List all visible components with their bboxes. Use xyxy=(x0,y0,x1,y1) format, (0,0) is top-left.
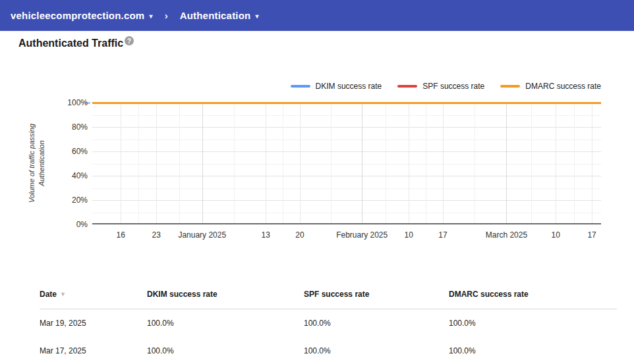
gridline-horizontal xyxy=(92,115,601,116)
column-header-date[interactable]: Date▼ xyxy=(40,290,147,299)
gridline-horizontal xyxy=(92,164,601,165)
x-day-label: 10 xyxy=(552,230,560,240)
y-tick-label: 60% xyxy=(48,147,88,156)
y-tick-label: 20% xyxy=(48,195,88,205)
legend-item-dkim[interactable]: DKIM success rate xyxy=(291,82,382,91)
gridline-horizontal xyxy=(92,213,601,213)
column-header-label: DKIM success rate xyxy=(147,290,217,299)
x-day-label: 10 xyxy=(404,230,413,240)
x-month-label: March 2025 xyxy=(486,230,527,240)
x-day-label: 20 xyxy=(295,230,304,240)
table-row: Mar 17, 2025100.0%100.0%100.0% xyxy=(40,337,617,364)
gridline-vertical-minor xyxy=(234,103,235,223)
x-month-label: February 2025 xyxy=(336,230,388,240)
chevron-down-icon: ▾ xyxy=(255,13,258,20)
gridline-horizontal xyxy=(92,140,601,140)
gridline-vertical xyxy=(202,103,203,223)
chart-legend: DKIM success rateSPF success rateDMARC s… xyxy=(291,82,601,91)
cell-rate: 100.0% xyxy=(147,319,304,328)
gridline-vertical xyxy=(156,103,157,223)
cell-date: Mar 17, 2025 xyxy=(40,346,147,355)
gridline-vertical-minor xyxy=(475,103,475,223)
gridline-vertical-minor xyxy=(386,103,386,223)
x-day-label: 23 xyxy=(152,230,161,240)
x-day-label: 17 xyxy=(587,230,596,240)
series-line-dmarc xyxy=(92,102,601,104)
legend-swatch xyxy=(500,85,520,88)
auth-rates-table: Date▼DKIM success rateSPF success rateDM… xyxy=(40,290,617,364)
gridline-horizontal xyxy=(92,127,601,128)
chart-plot-area xyxy=(92,103,601,224)
gridline-vertical xyxy=(443,103,444,223)
legend-item-spf[interactable]: SPF success rate xyxy=(397,82,484,91)
y-axis-title: Volume of traffic passing Authentication xyxy=(27,103,49,224)
gridline-vertical xyxy=(409,103,409,223)
gridline-vertical-minor xyxy=(531,103,532,223)
gridline-vertical-minor xyxy=(426,103,426,223)
y-tick-label: 0% xyxy=(48,220,88,229)
gridline-vertical xyxy=(266,103,266,223)
gridline-vertical-minor xyxy=(179,103,180,223)
cell-rate: 100.0% xyxy=(449,319,617,328)
help-icon[interactable]: ? xyxy=(125,36,134,45)
breadcrumb-chevron-icon: › xyxy=(165,10,168,21)
x-day-label: 13 xyxy=(262,230,270,240)
gridline-vertical-minor xyxy=(331,103,331,223)
table-row: Mar 19, 2025100.0%100.0%100.0% xyxy=(40,309,617,337)
gridline-vertical xyxy=(592,103,592,223)
legend-item-dmarc[interactable]: DMARC success rate xyxy=(500,82,601,91)
cell-rate: 100.0% xyxy=(449,346,617,355)
gridline-horizontal xyxy=(92,200,601,201)
cell-rate: 100.0% xyxy=(304,346,449,355)
x-month-label: January 2025 xyxy=(178,230,226,240)
gridline-vertical-minor xyxy=(283,103,283,223)
cell-rate: 100.0% xyxy=(147,346,304,355)
cell-date: Mar 19, 2025 xyxy=(40,319,147,328)
column-header-label: SPF success rate xyxy=(304,290,369,299)
legend-swatch xyxy=(291,85,310,88)
table-header-row: Date▼DKIM success rateSPF success rateDM… xyxy=(40,290,617,309)
legend-label: SPF success rate xyxy=(422,82,484,91)
x-day-label: 17 xyxy=(438,230,447,240)
gridline-vertical xyxy=(556,103,556,223)
gridline-vertical xyxy=(300,103,301,223)
legend-label: DMARC success rate xyxy=(525,82,601,91)
y-tick-label: 80% xyxy=(48,122,88,132)
top-navigation-bar: vehicleecomprotection.com ▾ › Authentica… xyxy=(0,0,634,31)
chevron-down-icon: ▾ xyxy=(149,13,152,20)
cell-rate: 100.0% xyxy=(304,319,449,328)
gridline-horizontal xyxy=(92,188,601,189)
postmaster-page: vehicleecomprotection.com ▾ › Authentica… xyxy=(0,0,634,364)
gridline-horizontal xyxy=(92,176,601,176)
x-day-label: 16 xyxy=(117,230,125,240)
domain-dropdown[interactable]: vehicleecomprotection.com ▾ xyxy=(11,10,153,21)
gridline-vertical xyxy=(506,103,507,223)
column-header-dmarc-success-rate[interactable]: DMARC success rate xyxy=(449,290,617,299)
y-tick-label: 100% xyxy=(48,98,88,107)
gridline-vertical xyxy=(121,103,121,223)
section-name: Authentication xyxy=(180,10,251,21)
column-header-label: DMARC success rate xyxy=(449,290,529,299)
legend-swatch xyxy=(397,85,417,88)
page-title-row: Authenticated Traffic ? xyxy=(18,38,134,49)
gridline-vertical-minor xyxy=(574,103,575,223)
table-body: Mar 19, 2025100.0%100.0%100.0%Mar 17, 20… xyxy=(40,309,617,364)
gridline-vertical-minor xyxy=(138,103,139,223)
column-header-dkim-success-rate[interactable]: DKIM success rate xyxy=(147,290,304,299)
gridline-vertical xyxy=(362,103,362,223)
gridline-horizontal xyxy=(92,151,601,152)
y-tick-label: 40% xyxy=(48,171,88,180)
domain-name: vehicleecomprotection.com xyxy=(11,10,144,21)
legend-label: DKIM success rate xyxy=(316,82,382,91)
section-dropdown[interactable]: Authentication ▾ xyxy=(180,10,259,21)
column-header-spf-success-rate[interactable]: SPF success rate xyxy=(304,290,449,299)
page-title: Authenticated Traffic xyxy=(18,38,123,49)
sort-descending-icon: ▼ xyxy=(60,291,66,298)
column-header-label: Date xyxy=(40,290,57,299)
